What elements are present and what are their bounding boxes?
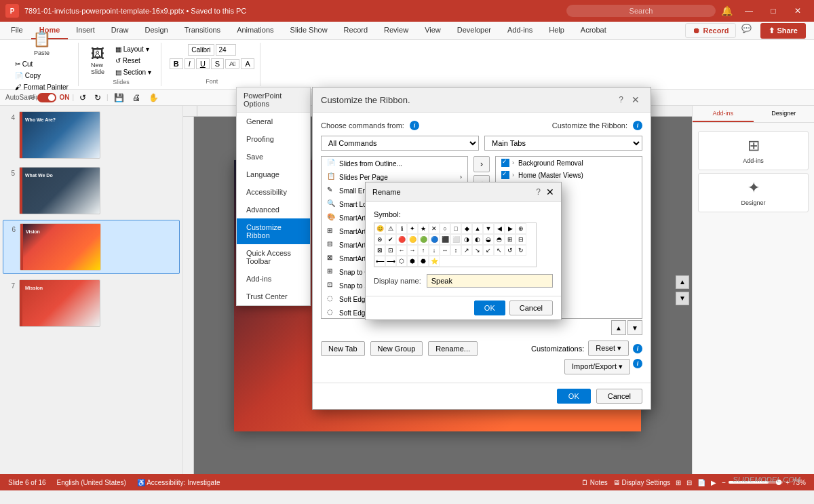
tab-record[interactable]: Record [336,22,376,39]
normal-view-button[interactable]: ⊞ [676,479,681,486]
rename-ok-button[interactable]: OK [474,301,505,315]
add-ins-icon-btn[interactable]: ⊞ Add-ins [698,131,809,170]
tab-design[interactable]: Design [136,22,176,39]
sym-33[interactable]: ↓ [429,245,440,256]
sym-11[interactable]: ◀ [494,223,505,234]
display-name-input[interactable] [427,274,553,288]
tab-designer[interactable]: Designer [754,106,815,122]
tab-draw[interactable]: Draw [103,22,137,39]
sym-17[interactable]: 🟡 [407,234,418,245]
bg-removal-checkbox[interactable] [501,159,509,167]
sym-9[interactable]: ▲ [472,223,483,234]
comment-button[interactable]: 💬 [741,24,755,37]
copy-button[interactable]: 📄 Copy [11,71,73,81]
sym-1[interactable]: ⚠ [385,223,396,234]
import-export-button[interactable]: Import/Export ▾ [564,359,630,374]
cr-help-icon[interactable]: ? [619,95,623,104]
sym-4[interactable]: ★ [418,223,429,234]
undo-button[interactable]: ↺ [77,92,89,104]
options-advanced[interactable]: Advanced [237,201,310,218]
minimize-button[interactable]: — [738,4,760,18]
sym-44[interactable]: ⬡ [396,256,407,267]
tab-slideshow[interactable]: Slide Show [282,22,336,39]
choose-commands-select[interactable]: All Commands [321,136,479,151]
zoom-out-button[interactable]: − [722,479,726,486]
tab-help[interactable]: Help [541,22,573,39]
search-box[interactable]: Search [566,5,716,17]
font-family-select[interactable]: Calibri [188,44,214,56]
section-button[interactable]: ▤ Section ▾ [111,67,155,77]
sym-10[interactable]: ▼ [483,223,494,234]
close-button[interactable]: ✕ [787,4,809,18]
sym-36[interactable]: ↗ [461,245,472,256]
touch-button[interactable]: ✋ [146,92,161,104]
sym-40[interactable]: ↺ [505,245,516,256]
tab-file[interactable]: File [3,22,31,39]
shadow-button[interactable]: A⃝ [225,59,239,69]
record-button[interactable]: ⏺ Record [685,23,736,38]
sym-22[interactable]: ◑ [461,234,472,245]
save-button[interactable]: 💾 [111,92,127,104]
customize-ribbon-select[interactable]: Main Tabs [484,136,642,151]
sym-39[interactable]: ↖ [494,245,505,256]
move-up-button[interactable]: ▲ [611,320,626,335]
rename-help-icon[interactable]: ? [536,187,541,197]
sym-7[interactable]: □ [450,223,461,234]
sym-25[interactable]: ◓ [494,234,505,245]
new-tab-button[interactable]: New Tab [321,341,365,356]
options-trust-center[interactable]: Trust Center [237,288,310,305]
sym-6[interactable]: ○ [440,223,450,234]
sym-38[interactable]: ↙ [483,245,494,256]
sym-27[interactable]: ⊟ [516,234,526,245]
sym-46[interactable]: ⬣ [418,256,429,267]
display-settings-button[interactable]: 🖥 Display Settings [613,479,670,486]
sym-32[interactable]: ↑ [418,245,429,256]
sym-28[interactable]: ⊠ [374,245,385,256]
cr-ok-button[interactable]: OK [557,389,591,404]
sym-29[interactable]: ⊡ [385,245,396,256]
sym-41[interactable]: ↻ [516,245,526,256]
redo-button[interactable]: ↻ [92,92,104,104]
bold-button[interactable]: B [170,58,183,69]
slide-item-6[interactable]: 6 Vision [3,220,180,274]
move-down-button[interactable]: ▼ [627,320,642,335]
sym-3[interactable]: ✦ [407,223,418,234]
cr-cancel-button[interactable]: Cancel [596,389,642,404]
options-quick-access[interactable]: Quick Access Toolbar [237,244,310,270]
reset-button[interactable]: Reset ▾ [588,341,629,356]
notes-button[interactable]: 🗒 Notes [581,479,608,486]
options-accessibility[interactable]: Accessibility [237,183,310,201]
sym-14[interactable]: ⊗ [374,234,385,245]
font-color-button[interactable]: A [241,58,254,69]
sym-31[interactable]: → [407,245,418,256]
share-button[interactable]: ⬆ Share [760,23,806,39]
paste-button[interactable]: 📋 Paste [28,29,55,58]
rename-cancel-button[interactable]: Cancel [509,301,553,315]
options-general[interactable]: General [237,113,310,130]
sym-24[interactable]: ◒ [483,234,494,245]
layout-button[interactable]: ▦ Layout ▾ [111,44,155,54]
sym-43[interactable]: ⟶ [385,256,396,267]
tab-developer[interactable]: Developer [449,22,499,39]
right-item-bg-removal[interactable]: ›Background Removal [496,157,642,169]
maximize-button[interactable]: □ [762,4,784,18]
sym-18[interactable]: 🟢 [418,234,429,245]
autosave-switch[interactable] [37,93,56,102]
sym-47[interactable]: ⭐ [429,256,440,267]
slide-sorter-button[interactable]: ⊟ [686,479,692,486]
sym-15[interactable]: ✔ [385,234,396,245]
tab-addins[interactable]: Add-ins [499,22,541,39]
left-item-slides-outline[interactable]: 📄Slides from Outline... [322,157,467,170]
sym-35[interactable]: ↕ [450,245,461,256]
scroll-up-button[interactable]: ▲ [676,275,689,289]
tab-transitions[interactable]: Transitions [176,22,229,39]
right-item-home[interactable]: ›Home (Master Views) [496,169,642,181]
sym-2[interactable]: ℹ [396,223,407,234]
options-save[interactable]: Save [237,148,310,166]
sym-13[interactable]: ⊕ [516,223,526,234]
tab-animations[interactable]: Animations [229,22,282,39]
tab-insert[interactable]: Insert [68,22,103,39]
options-customize-ribbon[interactable]: Customize Ribbon [237,218,310,244]
slide-item-7[interactable]: 7 Mission [3,277,180,330]
sym-34[interactable]: ↔ [440,245,450,256]
